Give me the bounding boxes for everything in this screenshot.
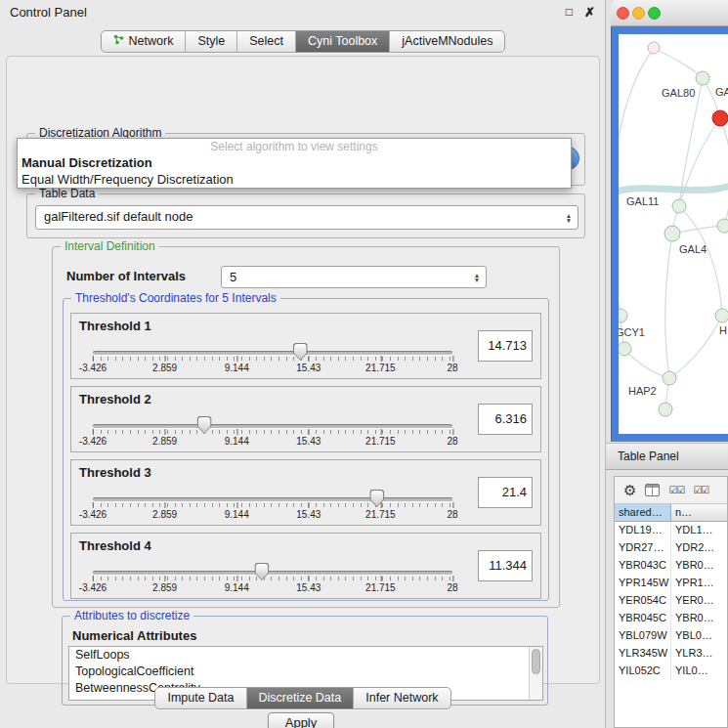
columns-icon[interactable]: [645, 484, 660, 496]
node-label-gal11: GAL11: [626, 195, 659, 207]
scrollbar-thumb[interactable]: [532, 649, 540, 674]
list-item[interactable]: SelfLoops: [69, 647, 542, 664]
threshold-1-value-field[interactable]: 14.713: [478, 330, 533, 362]
tab-style[interactable]: Style: [186, 31, 237, 52]
node-label-hap2: HAP2: [628, 385, 657, 397]
table-row[interactable]: YER054CYER0…: [615, 592, 727, 610]
slider-track[interactable]: [93, 351, 452, 355]
bottom-tabbar: Impute Data Discretize Data Infer Networ…: [0, 687, 606, 709]
tab-label: Cyni Toolbox: [308, 34, 377, 48]
gear-icon[interactable]: ⚙: [623, 483, 636, 497]
column-header-name[interactable]: n…: [671, 504, 727, 521]
slider-track[interactable]: [93, 424, 452, 428]
threshold-2-slider[interactable]: -3.426 2.859 9.144 15.43 21.715 28: [93, 424, 452, 450]
tab-impute-data[interactable]: Impute Data: [155, 688, 246, 708]
node-label-partial: H: [719, 324, 727, 336]
slider-track[interactable]: [93, 497, 452, 501]
tab-discretize-data[interactable]: Discretize Data: [247, 688, 355, 708]
group-title: Interval Definition: [61, 239, 159, 253]
close-icon[interactable]: ✗: [584, 5, 595, 20]
node-label-partial: GA: [715, 86, 728, 98]
network-node[interactable]: [717, 219, 728, 233]
node-label-gal4: GAL4: [679, 243, 707, 255]
network-node[interactable]: [672, 199, 686, 213]
threshold-label: Threshold 4: [79, 538, 151, 553]
table-row[interactable]: YDL19…YDL1…: [615, 522, 727, 539]
table-row[interactable]: YLR345WYLR3…: [615, 645, 727, 663]
network-node[interactable]: [715, 309, 728, 322]
tab-network[interactable]: Network: [102, 31, 187, 52]
network-node[interactable]: [659, 403, 672, 416]
group-title: Table Data: [35, 187, 99, 200]
panel-title: Control Panel: [10, 5, 87, 20]
tab-label: Discretize Data: [259, 691, 342, 705]
network-node[interactable]: [648, 42, 660, 54]
thick-edge: [619, 185, 728, 193]
network-node[interactable]: [619, 309, 627, 322]
table-row[interactable]: YDR27…YDR2…: [615, 539, 727, 557]
network-node-selected[interactable]: [712, 110, 728, 126]
interval-definition-group: Interval Definition Number of Intervals …: [52, 246, 560, 608]
slider-thumb[interactable]: [197, 416, 212, 434]
table-row[interactable]: YBR045CYBR0…: [615, 610, 727, 627]
tab-select[interactable]: Select: [237, 31, 296, 52]
tab-infer-network[interactable]: Infer Network: [354, 688, 450, 708]
slider-thumb[interactable]: [254, 563, 269, 580]
network-tab-icon: [113, 34, 124, 48]
bottom-tab-group: Impute Data Discretize Data Infer Networ…: [154, 687, 450, 709]
list-item[interactable]: TopologicalCoefficient: [69, 664, 542, 680]
network-node[interactable]: [664, 226, 680, 241]
threshold-2-box: Threshold 2 -3.426 2.859 9.144 15.43 21.…: [70, 386, 541, 452]
slider-thumb[interactable]: [293, 343, 308, 361]
traffic-light-minimize-icon[interactable]: [632, 7, 645, 20]
top-tab-group: Network Style Select Cyni Toolbox jActiv…: [101, 30, 506, 53]
slider-track[interactable]: [93, 571, 452, 575]
threshold-2-value-field[interactable]: 6.316: [478, 404, 533, 435]
threshold-3-value-field[interactable]: 21.4: [478, 477, 533, 508]
slider-scale: -3.426 2.859 9.144 15.43 21.715 28: [93, 509, 452, 521]
control-panel: Control Panel □ ✗ Network Style Select C…: [0, 0, 606, 728]
apply-button[interactable]: Apply: [268, 712, 334, 728]
combo-stepper-icon[interactable]: ▲▼: [563, 206, 575, 229]
dropdown-placeholder: Select algorithm to view settings: [18, 140, 571, 154]
table-data-combo[interactable]: galFiltered.sif default node ▲▼: [35, 205, 578, 230]
network-node[interactable]: [663, 371, 676, 385]
combo-stepper-icon[interactable]: ▲▼: [471, 267, 483, 287]
tab-label: Infer Network: [365, 691, 438, 705]
select-all-columns-icon[interactable]: ☑☑: [668, 485, 684, 495]
tab-cyni-toolbox[interactable]: Cyni Toolbox: [296, 31, 390, 52]
table-toolbar: ⚙ ☑☑ ☑☑: [615, 477, 727, 504]
number-of-intervals-combo[interactable]: 5 ▲▼: [221, 266, 487, 288]
traffic-light-zoom-icon[interactable]: [648, 7, 661, 20]
dropdown-option-manual[interactable]: Manual Discretization: [18, 154, 571, 171]
table-row[interactable]: YIL052CYIL0…: [615, 663, 727, 680]
group-title: Threshold's Coordinates for 5 Intervals: [71, 291, 280, 305]
network-window-titlebar: [611, 0, 728, 26]
algorithm-dropdown-popup: Select algorithm to view settings Manual…: [17, 138, 572, 189]
table-row[interactable]: YBR043CYBR0…: [615, 557, 727, 575]
slider-scale: -3.426 2.859 9.144 15.43 21.715 28: [93, 582, 452, 594]
threshold-3-slider[interactable]: -3.426 2.859 9.144 15.43 21.715 28: [93, 497, 452, 523]
network-canvas[interactable]: GAL80 GA GAL11 GAL4 GCY1 HAP2 H: [619, 34, 728, 434]
network-node[interactable]: [619, 342, 631, 356]
table-row[interactable]: YPR145WYPR1…: [615, 575, 727, 592]
threshold-4-slider[interactable]: -3.426 2.859 9.144 15.43 21.715 28: [93, 571, 452, 596]
threshold-1-slider[interactable]: -3.426 2.859 9.144 15.43 21.715 28: [93, 351, 452, 376]
tab-jactivemnodules[interactable]: jActiveMNodules: [390, 31, 504, 52]
table-panel-window: ⚙ ☑☑ ☑☑ shared… n… YDL19…YDL1… YDR27…YDR…: [614, 476, 728, 728]
network-node[interactable]: [696, 71, 709, 85]
network-graph: GAL80 GA GAL11 GAL4 GCY1 HAP2 H: [619, 34, 728, 434]
threshold-1-box: Threshold 1 -3.426 2.859 9.144 15.43 21.…: [70, 313, 541, 379]
float-window-icon[interactable]: □: [566, 5, 573, 19]
select-rows-icon[interactable]: ☑☑: [693, 485, 708, 495]
traffic-light-close-icon[interactable]: [617, 7, 629, 20]
threshold-label: Threshold 2: [79, 392, 151, 407]
slider-scale: -3.426 2.859 9.144 15.43 21.715 28: [93, 436, 452, 448]
tab-label: Select: [249, 34, 283, 48]
dropdown-option-equal-width[interactable]: Equal Width/Frequency Discretization: [18, 171, 571, 188]
table-data-group: Table Data galFiltered.sif default node …: [26, 193, 585, 238]
table-row[interactable]: YBL079WYBL0…: [615, 627, 727, 645]
threshold-4-value-field[interactable]: 11.344: [478, 550, 533, 581]
slider-thumb[interactable]: [369, 490, 384, 507]
column-header-shared-name[interactable]: shared…: [615, 504, 671, 521]
